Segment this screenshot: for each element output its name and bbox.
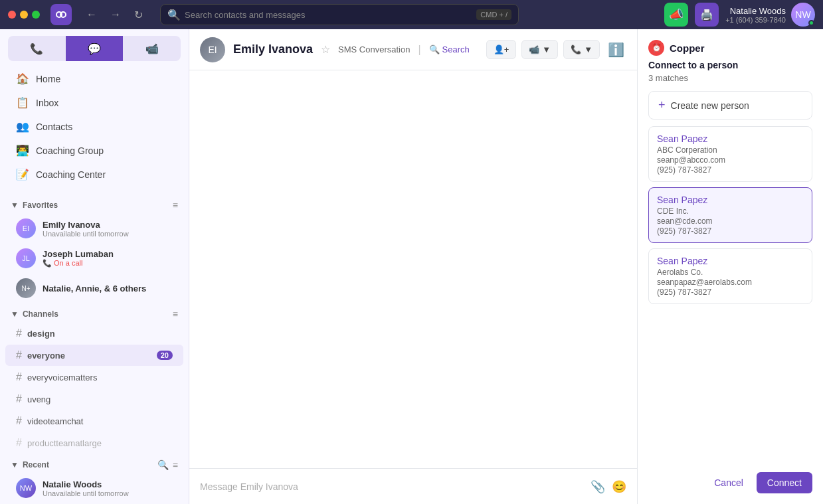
- channel-productteamatlarge-name: productteamatlarge: [27, 438, 173, 448]
- favorite-group[interactable]: N+ Natalie, Annie, & 6 others: [5, 274, 183, 303]
- person-link-3[interactable]: Sean Papez: [657, 256, 804, 266]
- sidebar-tabs: 📞 💬 📹: [0, 29, 189, 61]
- recent-toggle[interactable]: ▼ Recent: [11, 460, 49, 469]
- message-input[interactable]: [200, 481, 584, 492]
- channel-everyone-badge: 20: [157, 351, 173, 360]
- sidebar-item-inbox[interactable]: 📋 Inbox: [5, 91, 183, 114]
- panel-header: ⏰ Copper: [648, 40, 812, 56]
- traffic-lights: [8, 11, 40, 19]
- info-button[interactable]: ℹ️: [605, 39, 626, 60]
- message-input-bar: 📎 😊: [189, 468, 637, 504]
- channels-menu-button[interactable]: ≡: [173, 309, 178, 319]
- chevron-icon: ▼: [584, 44, 593, 54]
- sidebar-item-coaching-center[interactable]: 📝 Coaching Center: [5, 163, 183, 186]
- favorite-emily-name: Emily Ivanova: [43, 220, 173, 230]
- coaching-center-icon: 📝: [16, 168, 29, 181]
- close-button[interactable]: [8, 11, 16, 19]
- tab-video[interactable]: 📹: [123, 36, 181, 61]
- person-company-1: ABC Corperation: [657, 145, 804, 155]
- panel-footer: Cancel Connect: [648, 464, 812, 493]
- chevron-down-icon: ▼: [11, 201, 19, 210]
- person-card-2[interactable]: Sean Papez CDE Inc. sean@cde.com (925) 7…: [648, 187, 812, 243]
- person-link-1[interactable]: Sean Papez: [657, 133, 804, 144]
- channel-videoteamchat[interactable]: # videoteamchat: [5, 410, 183, 432]
- add-contact-button[interactable]: 👤+: [486, 40, 517, 59]
- contact-name: Emily Ivanova: [233, 42, 313, 56]
- forward-button[interactable]: →: [106, 6, 125, 23]
- tab-phone[interactable]: 📞: [8, 36, 66, 61]
- search-icon: 🔍: [429, 44, 440, 54]
- hash-icon: #: [16, 327, 22, 339]
- sidebar-item-coaching-group[interactable]: 👨‍💻 Coaching Group: [5, 139, 183, 162]
- sidebar-item-contacts[interactable]: 👥 Contacts: [5, 115, 183, 138]
- copper-panel: ⏰ Copper Connect to a person 3 matches +…: [637, 29, 823, 504]
- person-email-1: seanp@abcco.com: [657, 155, 804, 165]
- search-link[interactable]: 🔍 Search: [429, 44, 470, 54]
- phone-call-button[interactable]: 📞 ▼: [563, 40, 600, 59]
- favorites-menu-button[interactable]: ≡: [173, 200, 178, 210]
- search-icon: 🔍: [167, 9, 181, 21]
- favorite-joseph[interactable]: JL Joseph Lumaban 📞 On a call: [5, 244, 183, 273]
- attach-button[interactable]: 📎: [591, 479, 605, 494]
- channels-header: ▼ Channels ≡: [0, 303, 189, 322]
- search-link-label: Search: [442, 44, 470, 54]
- user-phone: +1 (604) 359-7840: [725, 16, 786, 24]
- channel-everyone-name: everyone: [27, 351, 151, 361]
- create-new-person-button[interactable]: + Create new person: [648, 91, 812, 120]
- panel-matches: 3 matches: [648, 73, 812, 83]
- tab-chat[interactable]: 💬: [66, 36, 124, 61]
- person-link-2[interactable]: Sean Papez: [657, 195, 804, 205]
- channels-toggle[interactable]: ▼ Channels: [11, 309, 58, 319]
- hash-icon: #: [16, 437, 22, 449]
- favorites-label: Favorites: [23, 201, 58, 210]
- person-card-3[interactable]: Sean Papez Aerolabs Co. seanpapaz@aerola…: [648, 248, 812, 304]
- minimize-button[interactable]: [20, 11, 28, 19]
- channel-uveng[interactable]: # uveng: [5, 388, 183, 410]
- home-icon: 🏠: [16, 72, 29, 85]
- recent-header: ▼ Recent 🔍 ≡: [0, 454, 189, 473]
- app-logo: [50, 4, 72, 25]
- refresh-button[interactable]: ↻: [130, 6, 147, 24]
- recent-natalie[interactable]: NW Natalie Woods Unavailable until tomor…: [5, 473, 183, 503]
- connect-button[interactable]: Connect: [757, 472, 812, 493]
- maximize-button[interactable]: [32, 11, 40, 19]
- recent-search-button[interactable]: 🔍: [157, 460, 169, 470]
- favorites-toggle[interactable]: ▼ Favorites: [11, 201, 58, 210]
- add-contact-icon: 👤+: [494, 44, 509, 54]
- channel-productteamatlarge[interactable]: # productteamatlarge: [5, 432, 183, 454]
- notification-button[interactable]: 📣: [664, 3, 688, 27]
- user-name: Natalie Woods: [725, 6, 786, 16]
- cancel-button[interactable]: Cancel: [706, 472, 751, 493]
- hash-icon: #: [16, 393, 22, 405]
- search-input[interactable]: [185, 10, 476, 20]
- video-call-button[interactable]: 📹 ▼: [521, 40, 558, 59]
- recent-menu-button[interactable]: ≡: [173, 460, 178, 470]
- video-icon: 📹: [529, 44, 539, 54]
- favorite-joseph-status: 📞 On a call: [43, 259, 173, 268]
- plus-icon: +: [658, 98, 666, 112]
- person-card-1[interactable]: Sean Papez ABC Corperation seanp@abcco.c…: [648, 126, 812, 182]
- channel-everyvoicematters-name: everyvoicematters: [27, 373, 173, 382]
- search-shortcut-badge: CMD + /: [476, 9, 511, 20]
- main-layout: 📞 💬 📹 🏠 Home 📋 Inbox 👥 Contacts 👨‍💻 Coac…: [0, 29, 823, 504]
- content-header: EI Emily Ivanova ☆ SMS Conversation | 🔍 …: [189, 29, 637, 70]
- star-icon[interactable]: ☆: [321, 43, 330, 56]
- nav-controls: ← → ↻: [82, 6, 147, 24]
- channel-videoteamchat-name: videoteamchat: [27, 416, 173, 426]
- avatar-emily: EI: [16, 218, 36, 238]
- channel-everyvoicematters[interactable]: # everyvoicematters: [5, 367, 183, 388]
- channels-label: Channels: [23, 309, 58, 319]
- recent-label: Recent: [23, 460, 49, 469]
- fax-button[interactable]: 🖨️: [695, 3, 719, 27]
- sidebar-item-home[interactable]: 🏠 Home: [5, 67, 183, 90]
- favorite-emily[interactable]: EI Emily Ivanova Unavailable until tomor…: [5, 214, 183, 243]
- online-indicator: [808, 20, 814, 26]
- person-company-3: Aerolabs Co.: [657, 268, 804, 277]
- chat-area: [189, 70, 637, 468]
- channel-everyone[interactable]: # everyone 20: [5, 345, 183, 366]
- channel-design[interactable]: # design: [5, 323, 183, 344]
- back-button[interactable]: ←: [82, 6, 101, 23]
- emoji-button[interactable]: 😊: [612, 479, 626, 494]
- channels-chevron-icon: ▼: [11, 309, 19, 319]
- header-actions: 👤+ 📹 ▼ 📞 ▼ ℹ️: [486, 39, 626, 60]
